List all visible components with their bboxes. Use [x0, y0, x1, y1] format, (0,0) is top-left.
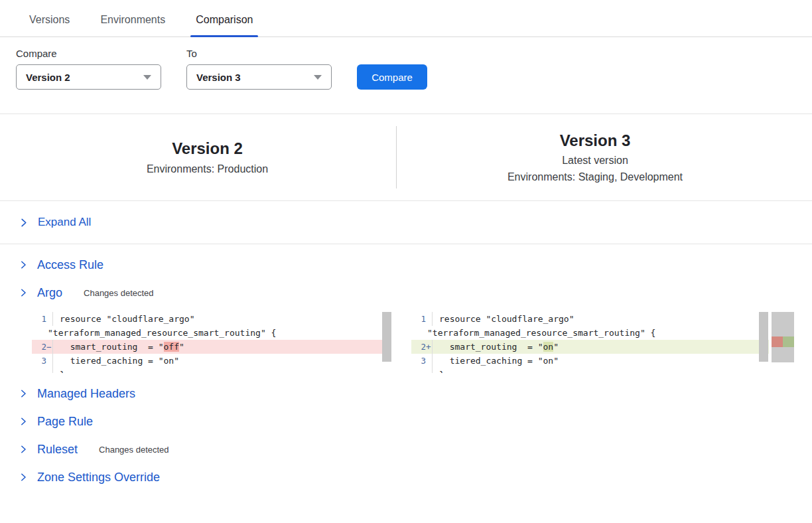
code-text: "terraform_managed_resource_smart_routin…: [427, 326, 655, 340]
expand-all-button[interactable]: Expand All: [0, 201, 812, 244]
added-marker: +: [426, 340, 432, 354]
diff-line: 1 resource "cloudflare_argo": [32, 312, 391, 326]
diff-line-wrap: "terraform_managed_resource_smart_routin…: [32, 326, 391, 340]
right-version-title: Version 3: [397, 131, 793, 151]
line-number: 1: [41, 312, 46, 326]
section-managed-headers[interactable]: Managed Headers: [0, 380, 812, 408]
tab-environments[interactable]: Environments: [98, 14, 168, 37]
removed-marker: −: [46, 340, 52, 354]
line-number: 3: [41, 354, 46, 368]
removed-token: off: [164, 342, 179, 352]
compare-label: Compare: [16, 48, 161, 59]
diff-left-panel[interactable]: 1 resource "cloudflare_argo" "terraform_…: [32, 312, 391, 373]
chevron-right-icon: [19, 218, 29, 228]
chevron-right-icon: [19, 260, 28, 269]
right-version-subtitle: Latest version: [397, 155, 793, 167]
to-version-select[interactable]: Version 3: [186, 64, 332, 90]
right-version-environments: Environments: Staging, Development: [397, 171, 793, 183]
line-number: 2: [41, 340, 46, 354]
diff-right-panel[interactable]: 1 resource "cloudflare_argo" "terraform_…: [411, 312, 769, 373]
section-access-rule[interactable]: Access Rule: [0, 251, 812, 279]
scrollbar[interactable]: [759, 312, 768, 362]
chevron-right-icon: [19, 389, 28, 398]
diff-line: }: [411, 368, 769, 373]
divider: [0, 244, 812, 244]
section-label: Ruleset: [37, 443, 78, 457]
tab-comparison[interactable]: Comparison: [193, 14, 255, 37]
removed-change-mark: [772, 336, 783, 347]
tab-bar: Versions Environments Comparison: [0, 0, 812, 37]
to-version-value: Version 3: [196, 72, 241, 83]
scrollbar[interactable]: [382, 312, 391, 362]
code-text: resource "cloudflare_argo": [53, 312, 195, 326]
compare-button[interactable]: Compare: [357, 64, 427, 90]
argo-diff: 1 resource "cloudflare_argo" "terraform_…: [32, 312, 812, 373]
added-change-mark: [783, 336, 794, 347]
resource-sections: Access Rule Argo Changes detected 1 reso…: [0, 251, 812, 491]
diff-line-wrap: "terraform_managed_resource_smart_routin…: [411, 326, 769, 340]
chevron-right-icon: [19, 445, 28, 454]
code-text: resource "cloudflare_argo": [433, 312, 575, 326]
line-number: 1: [421, 312, 426, 326]
code-text: }: [53, 368, 65, 373]
compare-version-value: Version 2: [26, 72, 70, 83]
chevron-right-icon: [19, 288, 28, 297]
diff-line: 3 tiered_caching = "on": [411, 354, 769, 368]
section-label: Managed Headers: [37, 387, 135, 401]
diff-overview-ruler[interactable]: [772, 312, 794, 362]
section-label: Argo: [37, 286, 62, 300]
left-version-environments: Environments: Production: [19, 163, 396, 175]
code-text: tiered_caching = "on": [53, 354, 179, 368]
right-version-header: Version 3 Latest version Environments: S…: [397, 126, 793, 188]
added-token: on: [543, 342, 554, 352]
comparison-header: Version 2 Environments: Production Versi…: [0, 114, 812, 200]
diff-line: }: [32, 368, 391, 373]
chevron-down-icon: [143, 75, 151, 80]
section-argo[interactable]: Argo Changes detected: [0, 279, 812, 307]
chevron-right-icon: [19, 417, 28, 426]
code-text: "terraform_managed_resource_smart_routin…: [48, 326, 276, 340]
code-text: }: [433, 368, 444, 373]
compare-version-select[interactable]: Version 2: [16, 64, 161, 90]
compare-field: Compare Version 2: [16, 48, 161, 90]
section-zone-settings-override[interactable]: Zone Settings Override: [0, 463, 812, 491]
chevron-right-icon: [19, 473, 28, 482]
diff-line: 3 tiered_caching = "on": [32, 354, 391, 368]
chevron-down-icon: [314, 75, 322, 80]
changes-badge: Changes detected: [99, 445, 169, 455]
line-number: 3: [421, 354, 426, 368]
expand-all-label: Expand All: [38, 216, 91, 229]
to-label: To: [186, 48, 332, 59]
diff-line-added: 2+ smart_routing = "on": [411, 340, 769, 354]
diff-line: 1 resource "cloudflare_argo": [411, 312, 769, 326]
code-text: smart_routing = "off": [53, 340, 184, 354]
section-label: Access Rule: [37, 258, 103, 272]
section-ruleset[interactable]: Ruleset Changes detected: [0, 435, 812, 463]
to-field: To Version 3: [186, 48, 332, 90]
left-version-header: Version 2 Environments: Production: [19, 126, 397, 188]
line-number: 2: [421, 340, 426, 354]
code-text: smart_routing = "on": [433, 340, 559, 354]
code-text: tiered_caching = "on": [433, 354, 559, 368]
left-version-title: Version 2: [19, 139, 396, 159]
changes-badge: Changes detected: [84, 288, 154, 298]
compare-controls: Compare Version 2 To Version 3 Compare: [0, 37, 812, 90]
tab-versions[interactable]: Versions: [27, 14, 72, 37]
section-label: Page Rule: [37, 415, 93, 429]
diff-line-removed: 2− smart_routing = "off": [32, 340, 391, 354]
section-page-rule[interactable]: Page Rule: [0, 408, 812, 435]
section-label: Zone Settings Override: [37, 471, 160, 485]
